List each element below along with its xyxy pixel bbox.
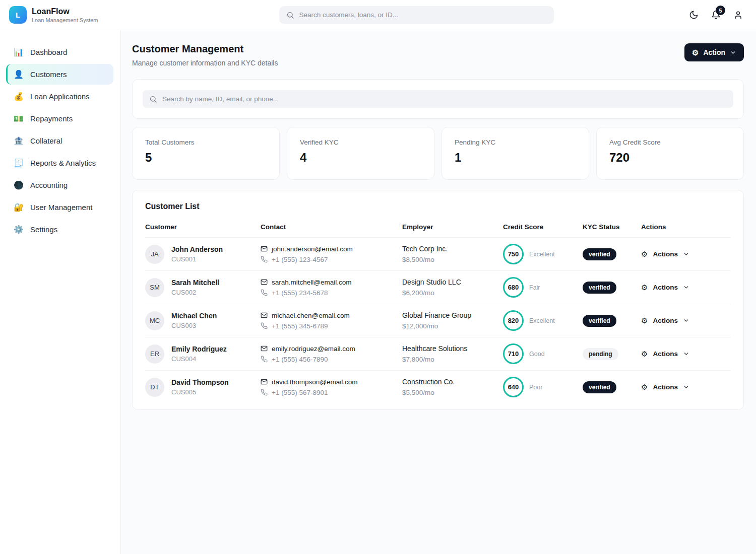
sidebar-item-label: Repayments — [30, 114, 73, 123]
kyc-status-badge: verified — [583, 315, 616, 327]
sphere-icon: 🌑 — [14, 180, 24, 190]
gear-icon: ⚙ — [641, 283, 648, 292]
moon-icon — [689, 10, 699, 20]
row-actions-button[interactable]: ⚙ Actions — [641, 350, 731, 359]
sidebar-item-repayments[interactable]: 💵 Repayments — [6, 108, 113, 129]
customer-list-title: Customer List — [145, 202, 731, 211]
chevron-down-icon — [683, 317, 689, 324]
sidebar-item-collateral[interactable]: 🏦 Collateral — [6, 130, 113, 151]
page-title: Customer Management — [132, 43, 278, 55]
profile-button[interactable] — [733, 10, 743, 20]
employer-income: $8,500/mo — [402, 256, 503, 263]
employer-name: Design Studio LLC — [402, 278, 503, 286]
column-header-credit-score: Credit Score — [503, 223, 583, 231]
employer-income: $5,500/mo — [402, 389, 503, 396]
row-actions-button[interactable]: ⚙ Actions — [641, 283, 731, 292]
avatar: DT — [145, 378, 164, 397]
customer-phone: +1 (555) 456-7890 — [261, 356, 402, 363]
customer-search[interactable] — [143, 90, 733, 108]
sidebar-item-label: Settings — [30, 225, 57, 234]
employer-name: Healthcare Solutions — [402, 344, 503, 353]
sidebar-item-settings[interactable]: ⚙️ Settings — [6, 219, 113, 240]
main-content: Customer Management Manage customer info… — [121, 30, 756, 554]
phone-icon — [261, 356, 268, 363]
kyc-status-badge: verified — [583, 282, 616, 294]
customer-id: CUS001 — [171, 255, 223, 263]
avatar: SM — [145, 278, 164, 297]
chevron-down-icon — [683, 351, 689, 357]
customer-id: CUS002 — [171, 289, 219, 296]
customer-name: John Anderson — [171, 245, 223, 253]
customer-name: David Thompson — [171, 378, 229, 386]
global-search-input[interactable] — [299, 11, 547, 19]
column-header-contact: Contact — [261, 223, 402, 231]
table-row: SM Sarah Mitchell CUS002 sarah.mitchell@… — [145, 271, 731, 304]
stat-label: Avg Credit Score — [609, 138, 731, 146]
notifications-button[interactable]: 5 — [711, 10, 721, 20]
page-subtitle: Manage customer information and KYC deta… — [132, 59, 278, 67]
customer-search-input[interactable] — [162, 95, 727, 103]
credit-score-label: Fair — [529, 284, 540, 291]
sidebar-item-accounting[interactable]: 🌑 Accounting — [6, 175, 113, 195]
global-search[interactable] — [279, 6, 554, 24]
credit-score-label: Excellent — [529, 317, 555, 324]
app-subtitle: Loan Management System — [32, 17, 98, 23]
phone-icon — [261, 389, 268, 396]
table-body: JA John Anderson CUS001 john.anderson@em… — [145, 238, 731, 403]
sidebar-item-loan-applications[interactable]: 💰 Loan Applications — [6, 86, 113, 107]
sidebar-item-label: User Management — [30, 203, 92, 212]
search-icon — [149, 95, 157, 103]
gear-icon: ⚙ — [641, 316, 648, 325]
stat-avg-credit-score: Avg Credit Score 720 — [596, 127, 744, 180]
dashboard-icon: 📊 — [14, 47, 24, 57]
customer-id: CUS004 — [171, 355, 227, 363]
app-logo: L — [9, 6, 27, 24]
stat-verified-kyc: Verified KYC 4 — [287, 127, 434, 180]
stats-row: Total Customers 5 Verified KYC 4 Pending… — [132, 127, 744, 180]
table-row: MC Michael Chen CUS003 michael.chen@emai… — [145, 304, 731, 337]
phone-icon — [261, 256, 268, 263]
row-actions-label: Actions — [653, 383, 678, 391]
row-actions-button[interactable]: ⚙ Actions — [641, 250, 731, 259]
customer-id: CUS005 — [171, 388, 229, 396]
customer-phone: +1 (555) 234-5678 — [261, 289, 402, 297]
credit-score-label: Good — [529, 351, 545, 358]
stat-pending-kyc: Pending KYC 1 — [442, 127, 589, 180]
customers-icon: 👤 — [14, 70, 24, 79]
row-actions-button[interactable]: ⚙ Actions — [641, 316, 731, 325]
sidebar-item-customers[interactable]: 👤 Customers — [6, 64, 113, 85]
sidebar-item-label: Customers — [30, 70, 67, 79]
employer-name: Tech Corp Inc. — [402, 245, 503, 253]
phone-icon — [261, 289, 268, 296]
top-bar: L LoanFlow Loan Management System 5 — [0, 0, 756, 30]
row-actions-button[interactable]: ⚙ Actions — [641, 383, 731, 392]
notification-badge: 5 — [716, 6, 725, 15]
employer-income: $6,200/mo — [402, 289, 503, 297]
customer-email: emily.rodriguez@email.com — [261, 345, 402, 353]
credit-score-label: Excellent — [529, 251, 555, 258]
mail-icon — [261, 312, 268, 319]
credit-score-ring: 750 — [503, 244, 524, 264]
moneybag-icon: 💰 — [14, 92, 24, 101]
kyc-status-badge: pending — [583, 348, 618, 360]
sidebar-item-reports-analytics[interactable]: 🧾 Reports & Analytics — [6, 153, 113, 173]
table-row: DT David Thompson CUS005 david.thompson@… — [145, 371, 731, 403]
chevron-down-icon — [730, 49, 736, 56]
stat-value: 5 — [145, 151, 267, 165]
column-header-customer: Customer — [145, 223, 261, 231]
mail-icon — [261, 245, 268, 252]
sidebar: 📊 Dashboard 👤 Customers 💰 Loan Applicati… — [0, 30, 121, 554]
action-button[interactable]: ⚙ Action — [684, 43, 744, 61]
gear-icon: ⚙ — [641, 350, 648, 359]
customer-email: david.thompson@email.com — [261, 378, 402, 386]
dark-mode-toggle[interactable] — [689, 10, 699, 20]
customer-email: sarah.mitchell@email.com — [261, 279, 402, 286]
column-header-employer: Employer — [402, 223, 503, 231]
receipt-icon: 🧾 — [14, 158, 24, 168]
sidebar-item-label: Reports & Analytics — [30, 159, 96, 167]
sidebar-item-user-management[interactable]: 🔐 User Management — [6, 197, 113, 218]
credit-score-ring: 710 — [503, 343, 524, 364]
sidebar-item-dashboard[interactable]: 📊 Dashboard — [6, 42, 113, 62]
search-icon — [286, 11, 294, 19]
gear-icon: ⚙ — [641, 383, 648, 392]
